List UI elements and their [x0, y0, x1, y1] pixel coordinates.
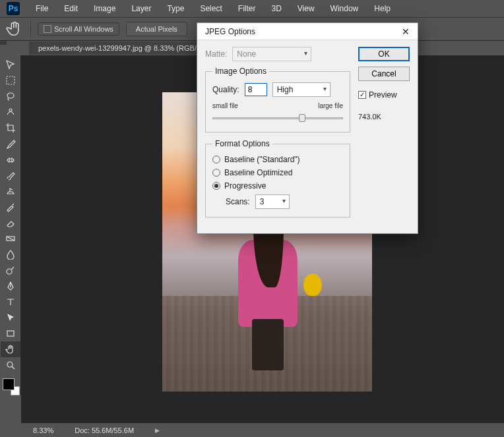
dodge-tool[interactable]: [1, 262, 20, 278]
doc-size[interactable]: Doc: 55.6M/55.6M: [75, 426, 134, 434]
menu-file[interactable]: File: [29, 1, 55, 16]
scans-label: Scans:: [226, 197, 250, 206]
path-select-tool[interactable]: [1, 310, 20, 326]
menu-type[interactable]: Type: [160, 1, 191, 16]
matte-select: None: [232, 47, 311, 61]
brush-tool[interactable]: [1, 167, 20, 183]
document-tab-bar: pexels-wendy-wei-13299947.jpg @ 8.33% (R…: [29, 41, 206, 55]
matte-label: Matte:: [205, 49, 227, 59]
scroll-all-windows-checkbox[interactable]: Scroll All Windows: [38, 22, 119, 36]
quality-slider[interactable]: [212, 112, 343, 124]
format-options-group: Format Options Baseline ("Standard") Bas…: [205, 139, 350, 218]
baseline-optimized-radio[interactable]: Baseline Optimized: [212, 168, 343, 177]
menu-image[interactable]: Image: [87, 1, 122, 16]
svg-point-5: [7, 269, 12, 274]
clone-stamp-tool[interactable]: [1, 183, 20, 199]
svg-rect-6: [7, 331, 14, 336]
menu-bar: Ps File Edit Image Layer Type Select Fil…: [0, 0, 504, 17]
menu-edit[interactable]: Edit: [57, 1, 84, 16]
app-logo: Ps: [7, 2, 20, 15]
svg-rect-0: [7, 76, 15, 84]
dialog-titlebar[interactable]: JPEG Options ✕: [197, 23, 418, 40]
quality-input[interactable]: [245, 83, 267, 96]
panel-dock-grip[interactable]: [0, 41, 7, 45]
menu-3d[interactable]: 3D: [265, 1, 288, 16]
jpeg-options-dialog: JPEG Options ✕ Matte: None Image Options…: [197, 22, 418, 234]
baseline-standard-radio[interactable]: Baseline ("Standard"): [212, 155, 343, 164]
menu-window[interactable]: Window: [324, 1, 365, 16]
crop-tool[interactable]: [1, 120, 20, 136]
color-swatches[interactable]: [1, 377, 20, 395]
blur-tool[interactable]: [1, 247, 20, 262]
pen-tool[interactable]: [1, 278, 20, 294]
menu-filter[interactable]: Filter: [232, 1, 263, 16]
svg-point-7: [7, 362, 13, 367]
preview-checkbox[interactable]: Preview: [358, 90, 410, 100]
preview-label: Preview: [369, 90, 397, 100]
eyedropper-tool[interactable]: [1, 136, 20, 152]
svg-point-2: [9, 109, 12, 111]
zoom-tool[interactable]: [1, 357, 20, 373]
quality-preset-select[interactable]: High: [272, 82, 331, 97]
menu-help[interactable]: Help: [367, 1, 397, 16]
ok-button[interactable]: OK: [358, 47, 410, 61]
actual-pixels-button[interactable]: Actual Pixels: [126, 22, 187, 36]
status-flyout-icon[interactable]: ▶: [155, 427, 160, 434]
small-file-label: small file: [212, 102, 238, 109]
rectangle-tool[interactable]: [1, 326, 20, 341]
scroll-all-label: Scroll All Windows: [54, 25, 113, 33]
gradient-tool[interactable]: [1, 231, 20, 247]
checkbox-icon: [44, 25, 51, 33]
hand-tool[interactable]: [1, 341, 20, 357]
filesize-readout: 743.0K: [358, 113, 410, 121]
menu-select[interactable]: Select: [193, 1, 228, 16]
foreground-color-swatch[interactable]: [3, 378, 15, 390]
image-options-group: Image Options Quality: High small file l…: [205, 67, 350, 132]
image-options-legend: Image Options: [212, 67, 269, 76]
progressive-radio[interactable]: Progressive: [212, 181, 343, 190]
scans-select[interactable]: 3: [255, 194, 290, 209]
large-file-label: large file: [318, 102, 343, 109]
eraser-tool[interactable]: [1, 215, 20, 231]
status-bar: 8.33% Doc: 55.6M/55.6M ▶: [21, 422, 504, 437]
marquee-tool[interactable]: [1, 73, 20, 88]
checkbox-icon: [358, 91, 366, 99]
history-brush-tool[interactable]: [1, 199, 20, 215]
close-icon[interactable]: ✕: [399, 25, 412, 38]
dialog-title: JPEG Options: [205, 27, 255, 36]
baseline-standard-label: Baseline ("Standard"): [224, 155, 300, 164]
move-tool[interactable]: [1, 57, 20, 73]
zoom-level[interactable]: 8.33%: [33, 426, 53, 434]
yellow-buoy: [303, 274, 322, 296]
healing-brush-tool[interactable]: [1, 152, 20, 167]
svg-rect-3: [7, 159, 14, 161]
slider-thumb-icon[interactable]: [299, 114, 305, 122]
menu-view[interactable]: View: [291, 1, 321, 16]
baseline-optimized-label: Baseline Optimized: [224, 168, 292, 177]
quick-select-tool[interactable]: [1, 104, 20, 120]
format-options-legend: Format Options: [212, 139, 272, 148]
progressive-label: Progressive: [224, 181, 266, 190]
lasso-tool[interactable]: [1, 88, 20, 104]
document-tab[interactable]: pexels-wendy-wei-13299947.jpg @ 8.33% (R…: [29, 42, 206, 55]
hand-tool-icon: [5, 21, 24, 37]
divider: [30, 22, 31, 36]
menu-layer[interactable]: Layer: [125, 1, 158, 16]
quality-label: Quality:: [212, 85, 239, 94]
cancel-button[interactable]: Cancel: [358, 67, 410, 81]
tool-palette: [0, 55, 21, 395]
type-tool[interactable]: [1, 294, 20, 310]
